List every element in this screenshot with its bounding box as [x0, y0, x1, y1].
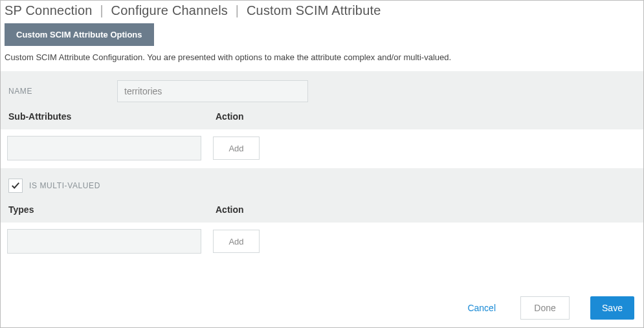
add-type-button[interactable]: Add [213, 230, 260, 253]
type-input[interactable] [7, 229, 201, 254]
name-input[interactable] [117, 80, 308, 102]
page-description: Custom SCIM Attribute Configuration. You… [1, 52, 643, 71]
breadcrumb: SP Connection | Configure Channels | Cus… [1, 1, 643, 18]
breadcrumb-sep-icon: | [236, 3, 239, 17]
types-header: Types [7, 204, 216, 215]
section-name-subattributes: NAME Sub-Attributes Action [1, 71, 643, 129]
breadcrumb-sep-icon: | [100, 3, 103, 17]
cancel-button[interactable]: Cancel [463, 302, 500, 314]
save-button[interactable]: Save [590, 296, 634, 320]
tab-custom-scim-attribute-options[interactable]: Custom SCIM Attribute Options [5, 23, 154, 46]
sub-attribute-row: Add [1, 129, 643, 164]
name-label: NAME [7, 87, 117, 96]
sub-attributes-header: Sub-Attributes [7, 111, 216, 122]
action-header: Action [216, 111, 280, 122]
is-multi-valued-checkbox[interactable] [8, 179, 23, 193]
sub-attribute-input[interactable] [7, 136, 201, 160]
page-frame: SP Connection | Configure Channels | Cus… [0, 0, 644, 328]
section-multivalued-types: IS MULTI-VALUED Types Action [1, 168, 643, 223]
breadcrumb-custom-scim-attribute: Custom SCIM Attribute [247, 3, 381, 17]
footer-actions: Cancel Done Save [463, 296, 634, 320]
action-header: Action [216, 204, 280, 215]
check-icon [11, 181, 20, 190]
done-button[interactable]: Done [520, 296, 570, 320]
add-sub-attribute-button[interactable]: Add [213, 137, 260, 160]
is-multi-valued-label: IS MULTI-VALUED [29, 181, 100, 190]
breadcrumb-sp-connection[interactable]: SP Connection [5, 3, 93, 17]
type-row: Add [1, 223, 643, 257]
tab-bar: Custom SCIM Attribute Options [1, 18, 643, 52]
breadcrumb-configure-channels[interactable]: Configure Channels [111, 3, 228, 17]
